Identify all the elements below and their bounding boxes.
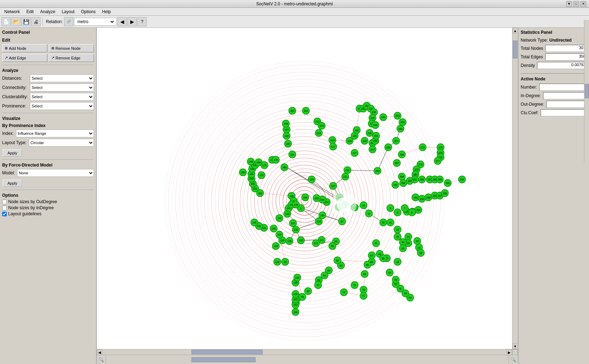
menu-options[interactable]: Options [78, 9, 98, 15]
open-button[interactable]: 📂 [11, 17, 21, 26]
svg-text:200: 200 [290, 110, 294, 112]
svg-text:93: 93 [327, 269, 330, 272]
hscroll-left-btn[interactable]: ◀ [97, 349, 102, 355]
hscroll-track [102, 349, 506, 355]
apply-prominence-button[interactable]: Apply [3, 149, 22, 157]
svg-text:89: 89 [331, 245, 334, 247]
help-button[interactable]: ? [137, 17, 147, 26]
svg-text:26: 26 [420, 252, 422, 254]
vertical-scrollbar[interactable]: ▲ ▼ [512, 28, 518, 349]
add-edge-button[interactable]: ↗ Add Edge [2, 54, 47, 62]
apply-force-button[interactable]: Apply [3, 180, 22, 187]
maximize-button[interactable]: □ [573, 1, 579, 7]
svg-text:274: 274 [438, 146, 443, 149]
svg-text:289: 289 [438, 178, 442, 181]
save-button[interactable]: 💾 [21, 17, 31, 26]
layout-type-row: Layout Type: Circular [2, 139, 94, 147]
checkbox-outdegree-row: Node sizes by OutDegree [2, 199, 94, 204]
prominence-select[interactable]: Select [30, 102, 94, 110]
menu-help[interactable]: Help [99, 9, 114, 15]
svg-text:251: 251 [374, 135, 378, 137]
zoom-in-btn[interactable]: 🔍 [97, 355, 106, 364]
svg-text:80: 80 [340, 264, 342, 267]
add-node-button[interactable]: ⊕ Add Node [2, 44, 47, 52]
divider-2 [2, 113, 94, 113]
network-type-value: Undirected [549, 38, 572, 43]
horizontal-scrollbar-row: ◀ ▶ [97, 349, 518, 355]
outdegree-checkbox[interactable] [2, 200, 7, 204]
index-label: Index: [2, 131, 14, 136]
menu-edit[interactable]: Edit [23, 9, 37, 15]
svg-text:290: 290 [446, 182, 450, 184]
zoom-out-btn[interactable]: 🔍 [509, 355, 518, 364]
vscroll-up-btn[interactable]: ▲ [512, 28, 518, 33]
edit-section-title: Edit [2, 38, 94, 43]
svg-text:142: 142 [257, 225, 261, 227]
stats-vscroll[interactable] [584, 20, 589, 162]
minimize-button[interactable]: ▼ [566, 1, 572, 7]
svg-text:230: 230 [355, 129, 359, 132]
back-button[interactable]: ◀ [117, 17, 127, 26]
active-outdegree-label: Out-Degree: [521, 102, 544, 107]
vscroll-thumb[interactable] [513, 41, 517, 58]
active-outdegree-row: Out-Degree: [521, 101, 587, 108]
total-edges-row: Total Edges 358 [521, 53, 587, 60]
distances-select[interactable]: Select [30, 74, 94, 82]
toolbar: 📄 📂 💾 🖨 Relation: 🔗 metro ◀ ▶ ? [0, 16, 589, 28]
svg-text:277: 277 [436, 160, 440, 162]
relation-select[interactable]: metro [76, 19, 115, 25]
svg-text:228: 228 [347, 140, 352, 142]
svg-text:210: 210 [304, 110, 308, 112]
zoom-scroll-thumb[interactable] [191, 357, 256, 362]
forward-button[interactable]: ▶ [127, 17, 137, 26]
close-button[interactable]: ✕ [580, 1, 586, 7]
relation-dropdown[interactable]: metro [74, 18, 117, 26]
edit-buttons: ⊕ Add Node ⊗ Remove Node ↗ Add Edge ↗ Re… [2, 44, 94, 62]
connectivity-select[interactable]: Select [30, 84, 94, 91]
remove-edge-button[interactable]: ↗ Remove Edge [49, 54, 94, 62]
svg-text:195: 195 [286, 143, 290, 145]
svg-text:257: 257 [394, 140, 398, 142]
index-row: Index: Influence Range [2, 130, 94, 137]
remove-node-button[interactable]: ⊗ Remove Node [49, 44, 94, 52]
menu-bar: Network Edit Analyze Layout Options Help [0, 8, 589, 16]
svg-text:98: 98 [307, 290, 310, 292]
svg-text:229: 229 [352, 135, 357, 137]
index-select[interactable]: Influence Range [16, 130, 94, 137]
svg-text:154: 154 [320, 199, 325, 201]
graph-canvas[interactable]: 200 210 213 214 215 216 217 [97, 28, 512, 349]
hscroll-right-btn[interactable]: ▶ [506, 349, 512, 355]
svg-text:9: 9 [390, 207, 391, 210]
svg-text:20: 20 [382, 221, 385, 224]
svg-text:22: 22 [396, 228, 399, 231]
svg-text:270: 270 [421, 146, 425, 149]
svg-text:283: 283 [393, 184, 398, 186]
svg-text:111: 111 [320, 239, 324, 241]
print-button[interactable]: 🖨 [31, 17, 41, 26]
svg-text:222: 222 [345, 169, 349, 172]
new-button[interactable]: 📄 [1, 17, 11, 26]
svg-text:68: 68 [366, 264, 369, 266]
svg-text:133: 133 [317, 220, 321, 223]
guidelines-checkbox[interactable] [2, 212, 7, 216]
menu-network[interactable]: Network [1, 9, 23, 15]
svg-text:23: 23 [407, 236, 410, 238]
clusterability-select[interactable]: Select [30, 93, 94, 101]
svg-text:187: 187 [331, 185, 335, 187]
vscroll-down-btn[interactable]: ▼ [512, 343, 518, 349]
graph-svg: 200 210 213 214 215 216 217 [97, 28, 512, 349]
svg-text:292: 292 [460, 178, 464, 181]
menu-layout[interactable]: Layout [59, 9, 77, 15]
model-select[interactable]: None [17, 169, 94, 177]
indegree-checkbox[interactable] [2, 206, 7, 210]
stats-vscroll-thumb[interactable] [585, 84, 589, 98]
model-row: Model: None [2, 169, 94, 177]
hscroll-thumb[interactable] [191, 350, 263, 354]
active-node-title: Active Node [521, 77, 587, 81]
svg-text:24: 24 [416, 240, 419, 242]
svg-text:67: 67 [370, 254, 373, 257]
svg-text:130: 130 [277, 233, 282, 236]
layout-type-select[interactable]: Circular [29, 139, 94, 147]
remove-node-label: Remove Node [56, 46, 80, 51]
menu-analyze[interactable]: Analyze [37, 9, 58, 15]
